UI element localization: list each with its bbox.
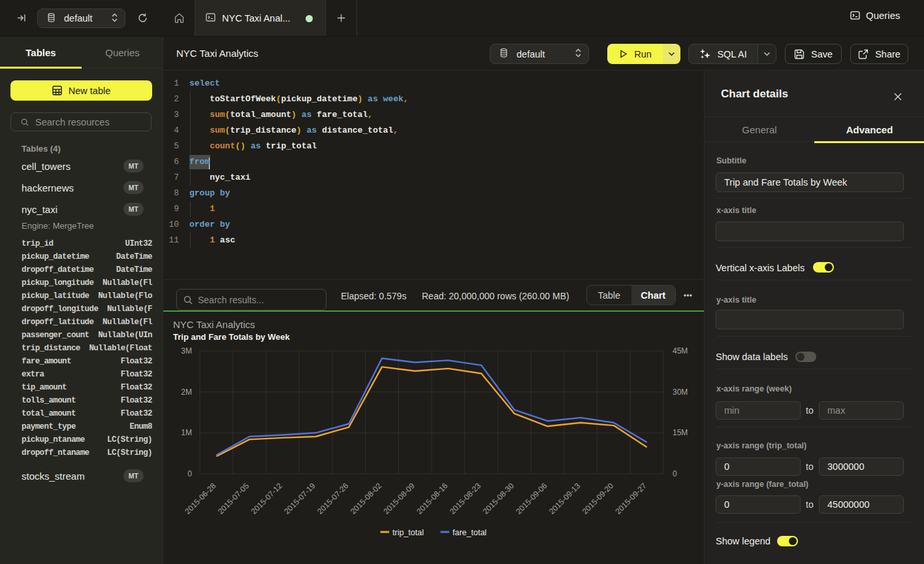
svg-text:3M: 3M — [181, 346, 192, 356]
svg-text:2015-09-20: 2015-09-20 — [581, 481, 616, 516]
svg-text:2015-09-06: 2015-09-06 — [514, 481, 549, 516]
svg-text:2015-08-23: 2015-08-23 — [448, 481, 483, 516]
svg-text:2015-07-26: 2015-07-26 — [315, 481, 351, 516]
svg-text:1M: 1M — [181, 428, 192, 437]
svg-text:15M: 15M — [673, 428, 688, 437]
svg-text:2015-08-16: 2015-08-16 — [415, 481, 450, 516]
svg-text:30M: 30M — [673, 388, 688, 397]
svg-text:0: 0 — [673, 469, 677, 478]
svg-text:45M: 45M — [673, 346, 688, 356]
svg-text:2015-07-12: 2015-07-12 — [249, 481, 285, 516]
svg-text:2015-07-05: 2015-07-05 — [216, 481, 251, 516]
svg-text:0: 0 — [187, 469, 192, 478]
svg-text:2015-08-02: 2015-08-02 — [349, 481, 384, 516]
svg-text:2015-06-28: 2015-06-28 — [183, 481, 218, 516]
svg-text:2015-09-27: 2015-09-27 — [613, 481, 648, 516]
svg-text:trip_total: trip_total — [392, 528, 424, 537]
svg-text:2M: 2M — [181, 388, 192, 397]
svg-text:2015-08-30: 2015-08-30 — [481, 481, 517, 516]
svg-text:2015-09-13: 2015-09-13 — [547, 481, 582, 516]
svg-text:2015-07-19: 2015-07-19 — [282, 481, 317, 516]
svg-text:fare_total: fare_total — [453, 528, 486, 537]
svg-text:2015-08-09: 2015-08-09 — [381, 481, 417, 516]
